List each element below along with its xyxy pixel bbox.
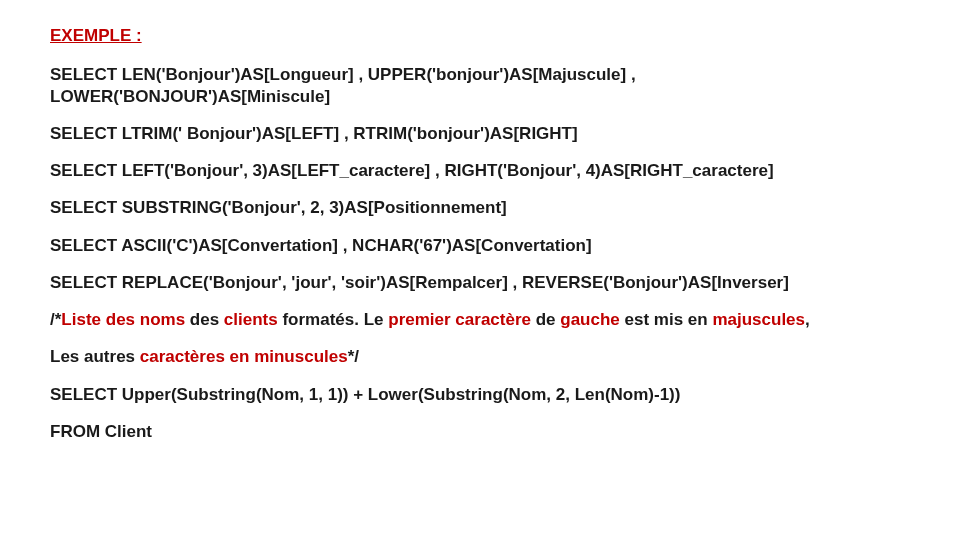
- sql-line-3: SELECT LEFT('Bonjour', 3)AS[LEFT_caracte…: [50, 160, 910, 181]
- txt-formates: formatés. Le: [278, 310, 389, 329]
- sql-line-5: SELECT ASCII('C')AS[Convertation] , NCHA…: [50, 235, 910, 256]
- hl-liste-des-noms: Liste des noms: [61, 310, 185, 329]
- txt-comma: ,: [805, 310, 810, 329]
- txt-des: des: [185, 310, 224, 329]
- hl-gauche: gauche: [560, 310, 620, 329]
- comment-line-2: Les autres caractères en minuscules*/: [50, 346, 910, 367]
- sql-line-1: SELECT LEN('Bonjour')AS[Longueur] , UPPE…: [50, 64, 910, 107]
- sql-line-8: FROM Client: [50, 421, 910, 442]
- sql-line-1a: SELECT LEN('Bonjour')AS[Longueur] , UPPE…: [50, 65, 636, 84]
- hl-premier-caractere: premier caractère: [388, 310, 531, 329]
- sql-line-7: SELECT Upper(Substring(Nom, 1, 1)) + Low…: [50, 384, 910, 405]
- comment-close: */: [348, 347, 359, 366]
- hl-caracteres-minuscules: caractères en minuscules: [140, 347, 348, 366]
- sql-line-1b: LOWER('BONJOUR')AS[Miniscule]: [50, 87, 330, 106]
- sql-line-6: SELECT REPLACE('Bonjour', 'jour', 'soir'…: [50, 272, 910, 293]
- comment-open: /*: [50, 310, 61, 329]
- txt-mis-en: est mis en: [620, 310, 713, 329]
- hl-majuscules: majuscules: [712, 310, 805, 329]
- comment-line-1: /*Liste des noms des clients formatés. L…: [50, 309, 910, 330]
- slide-content: EXEMPLE : SELECT LEN('Bonjour')AS[Longue…: [0, 0, 960, 442]
- sql-line-4: SELECT SUBSTRING('Bonjour', 2, 3)AS[Posi…: [50, 197, 910, 218]
- txt-les-autres: Les autres: [50, 347, 140, 366]
- txt-de: de: [531, 310, 560, 329]
- sql-line-2: SELECT LTRIM(' Bonjour')AS[LEFT] , RTRIM…: [50, 123, 910, 144]
- example-title: EXEMPLE :: [50, 25, 910, 46]
- hl-clients: clients: [224, 310, 278, 329]
